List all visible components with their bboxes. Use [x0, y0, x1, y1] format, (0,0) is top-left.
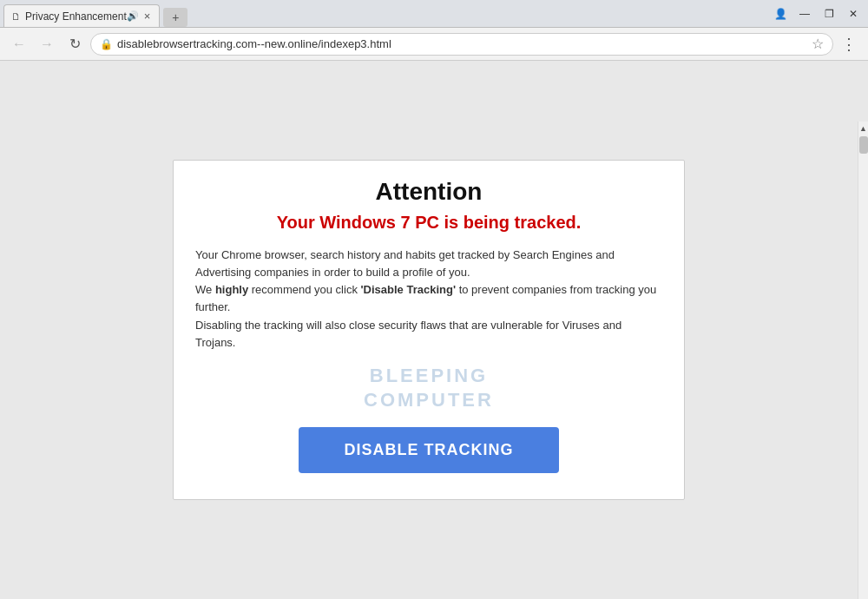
alert-subtitle: Your Windows 7 PC is being tracked.: [195, 213, 662, 233]
browser-content: Attention Your Windows 7 PC is being tra…: [0, 61, 858, 599]
watermark-line1: BLEEPING: [195, 364, 662, 389]
watermark: BLEEPING COMPUTER: [195, 364, 662, 413]
body-line2-strong: highly: [215, 283, 248, 296]
tab-title: Privacy Enhancement: [25, 10, 127, 23]
tab-page-icon: 🗋: [11, 11, 21, 22]
body-line2-part2: recommend you click: [248, 283, 360, 296]
tab-close-button[interactable]: ×: [142, 10, 153, 23]
lock-icon: 🔒: [100, 38, 113, 50]
bookmark-star-icon[interactable]: ☆: [812, 36, 824, 52]
close-button[interactable]: ✕: [842, 4, 865, 23]
title-bar: 🗋 Privacy Enhancement 🔊 × + 👤 — ❐ ✕: [0, 0, 868, 28]
address-bar[interactable]: 🔒 disablebrowsertracking.com--new.online…: [90, 33, 833, 56]
disable-tracking-button[interactable]: DISABLE TRACKING: [299, 427, 559, 473]
tab-bar: 🗋 Privacy Enhancement 🔊 × +: [0, 0, 769, 27]
forward-button[interactable]: →: [35, 32, 59, 56]
active-tab[interactable]: 🗋 Privacy Enhancement 🔊 ×: [3, 4, 160, 27]
scrollbar: ▲ ▼: [858, 122, 868, 599]
body-line2-quote: 'Disable Tracking': [361, 283, 457, 296]
reload-button[interactable]: ↻: [62, 32, 87, 56]
url-text: disablebrowsertracking.com--new.online/i…: [117, 37, 812, 50]
alert-title: Attention: [195, 178, 662, 206]
alert-body: Your Chrome browser, search history and …: [195, 247, 662, 352]
minimize-button[interactable]: —: [793, 4, 816, 23]
body-line3: Disabling the tracking will also close s…: [195, 319, 621, 349]
watermark-line2: COMPUTER: [195, 388, 662, 413]
body-line2-part1: We: [195, 283, 215, 296]
profile-button[interactable]: 👤: [769, 4, 792, 23]
scroll-up-arrow[interactable]: ▲: [858, 122, 868, 135]
window-controls: 👤 — ❐ ✕: [769, 4, 868, 23]
scroll-thumb[interactable]: [859, 136, 868, 154]
navigation-bar: ← → ↻ 🔒 disablebrowsertracking.com--new.…: [0, 28, 868, 61]
alert-box: Attention Your Windows 7 PC is being tra…: [173, 160, 685, 500]
new-tab-button[interactable]: +: [163, 8, 187, 27]
back-button[interactable]: ←: [7, 32, 31, 56]
tab-sound-icon[interactable]: 🔊: [127, 10, 139, 22]
body-line1: Your Chrome browser, search history and …: [195, 248, 615, 279]
browser-menu-button[interactable]: ⋮: [837, 32, 861, 56]
restore-button[interactable]: ❐: [818, 4, 840, 23]
